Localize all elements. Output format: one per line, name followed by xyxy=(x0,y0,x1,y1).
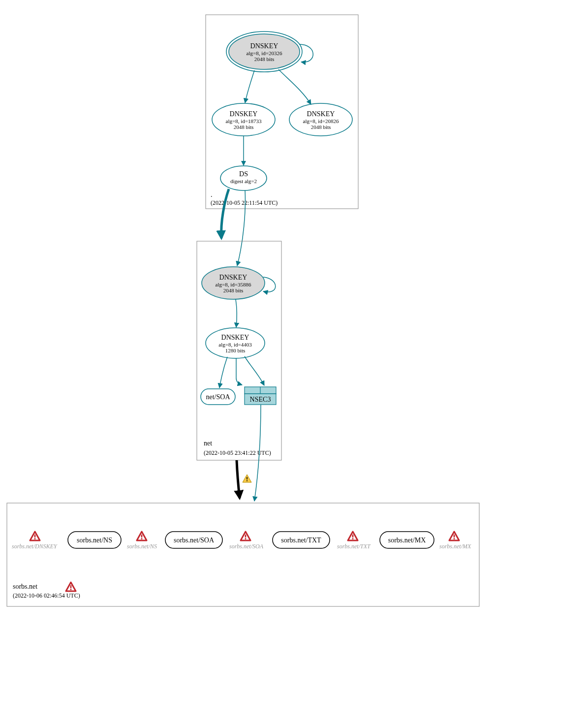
warning-icon-yellow xyxy=(243,474,251,482)
svg-text:1280 bits: 1280 bits xyxy=(225,348,246,353)
edge-net-zsk-nsec3a xyxy=(236,358,242,385)
edge-net-zsk-soa xyxy=(219,357,227,388)
svg-text:2048 bits: 2048 bits xyxy=(223,287,244,293)
edge-net-zsk-nsec3b xyxy=(245,356,264,385)
svg-text:DS: DS xyxy=(239,170,248,178)
edge-net-to-sorbs-deleg xyxy=(237,460,240,498)
record-sorbs-soa: sorbs.net/SOA xyxy=(165,532,222,548)
node-root-ksk: DNSKEY alg=8, id=20326 2048 bits xyxy=(226,32,302,72)
svg-text:sorbs.net/DNSKEY: sorbs.net/DNSKEY xyxy=(12,543,58,550)
svg-text:2048 bits: 2048 bits xyxy=(234,124,254,130)
svg-text:sorbs.net/TXT: sorbs.net/TXT xyxy=(281,537,321,544)
svg-text:NSEC3: NSEC3 xyxy=(250,396,271,403)
warn-sorbs-mx: sorbs.net/MX xyxy=(439,532,471,550)
record-sorbs-ns: sorbs.net/NS xyxy=(68,532,121,548)
warning-icon xyxy=(348,532,358,540)
svg-text:alg=8, id=4403: alg=8, id=4403 xyxy=(218,342,252,348)
root-ksk-title: DNSKEY xyxy=(250,42,279,50)
zone-sorbs-time: (2022-10-06 02:46:54 UTC) xyxy=(13,592,80,599)
record-sorbs-txt: sorbs.net/TXT xyxy=(273,532,330,548)
node-net-soa: net/SOA xyxy=(201,389,235,405)
warning-icon xyxy=(241,532,250,540)
node-net-ksk: DNSKEY alg=8, id=35886 2048 bits xyxy=(202,267,265,299)
svg-text:sorbs.net/NS: sorbs.net/NS xyxy=(127,543,157,550)
zone-net-label: net xyxy=(204,440,212,447)
node-root-zsk2: DNSKEY alg=8, id=20826 2048 bits xyxy=(289,103,352,136)
edge-root-ksk-zsk2 xyxy=(279,69,311,104)
svg-text:net/SOA: net/SOA xyxy=(206,393,231,401)
svg-text:DNSKEY: DNSKEY xyxy=(221,334,249,341)
root-ksk-bits: 2048 bits xyxy=(254,56,275,62)
node-net-nsec3: NSEC3 xyxy=(245,387,276,405)
zone-root: DNSKEY alg=8, id=20326 2048 bits DNSKEY … xyxy=(206,15,358,209)
edge-net-ksk-self xyxy=(263,277,276,292)
root-ksk-alg: alg=8, id=20326 xyxy=(247,50,282,56)
node-root-zsk1: DNSKEY alg=8, id=18733 2048 bits xyxy=(212,103,275,136)
zone-root-time: (2022-10-05 22:11:54 UTC) xyxy=(211,199,278,206)
svg-text:2048 bits: 2048 bits xyxy=(311,124,331,130)
svg-text:sorbs.net/MX: sorbs.net/MX xyxy=(388,537,426,544)
svg-rect-33 xyxy=(7,503,479,606)
node-net-zsk: DNSKEY alg=8, id=4403 1280 bits xyxy=(206,328,265,358)
svg-text:DNSKEY: DNSKEY xyxy=(230,110,258,118)
edge-root-to-net-deleg xyxy=(221,189,229,238)
warn-sorbs-dnskey: sorbs.net/DNSKEY xyxy=(12,532,58,550)
svg-text:alg=8, id=18733: alg=8, id=18733 xyxy=(226,118,262,124)
warning-icon xyxy=(30,532,40,540)
svg-text:DNSKEY: DNSKEY xyxy=(307,110,335,118)
zone-sorbs-warning-icon xyxy=(66,582,76,591)
svg-text:alg=8, id=20826: alg=8, id=20826 xyxy=(303,118,339,124)
edge-root-ksk-zsk1 xyxy=(245,70,254,103)
zone-sorbs-label: sorbs.net xyxy=(13,583,37,590)
svg-text:sorbs.net/SOA: sorbs.net/SOA xyxy=(174,537,215,544)
svg-text:sorbs.net/NS: sorbs.net/NS xyxy=(77,537,112,544)
edge-net-ksk-zsk xyxy=(236,299,237,327)
dnssec-diagram: DNSKEY alg=8, id=20326 2048 bits DNSKEY … xyxy=(0,0,588,727)
record-sorbs-mx: sorbs.net/MX xyxy=(380,532,434,548)
node-root-ds: DS digest alg=2 xyxy=(220,166,267,190)
svg-text:sorbs.net/SOA: sorbs.net/SOA xyxy=(229,543,264,550)
svg-text:sorbs.net/TXT: sorbs.net/TXT xyxy=(337,543,371,550)
warning-icon xyxy=(137,532,147,540)
zone-net: DNSKEY alg=8, id=35886 2048 bits DNSKEY … xyxy=(197,241,281,460)
zone-net-time: (2022-10-05 23:41:22 UTC) xyxy=(204,449,271,456)
zone-sorbs: sorbs.net/DNSKEY sorbs.net/NS sorbs.net/… xyxy=(7,503,479,606)
warning-icon xyxy=(449,532,459,540)
warn-sorbs-soa: sorbs.net/SOA xyxy=(229,532,264,550)
warn-sorbs-ns: sorbs.net/NS xyxy=(127,532,157,550)
warn-sorbs-txt: sorbs.net/TXT xyxy=(337,532,371,550)
svg-text:digest alg=2: digest alg=2 xyxy=(230,178,257,184)
zone-root-label: . xyxy=(211,191,213,198)
svg-text:DNSKEY: DNSKEY xyxy=(219,274,248,281)
svg-text:sorbs.net/MX: sorbs.net/MX xyxy=(439,543,471,550)
svg-text:alg=8, id=35886: alg=8, id=35886 xyxy=(216,282,251,287)
